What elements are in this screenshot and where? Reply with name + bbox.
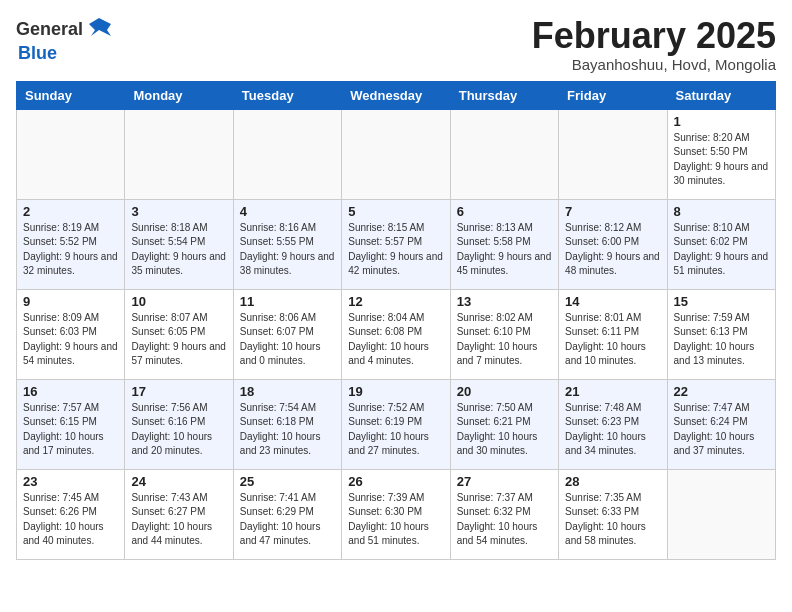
- calendar-day-cell: 20Sunrise: 7:50 AM Sunset: 6:21 PM Dayli…: [450, 379, 558, 469]
- calendar-day-cell: 11Sunrise: 8:06 AM Sunset: 6:07 PM Dayli…: [233, 289, 341, 379]
- day-info: Sunrise: 7:54 AM Sunset: 6:18 PM Dayligh…: [240, 401, 335, 459]
- day-info: Sunrise: 8:06 AM Sunset: 6:07 PM Dayligh…: [240, 311, 335, 369]
- calendar-day-cell: [17, 109, 125, 199]
- day-info: Sunrise: 8:20 AM Sunset: 5:50 PM Dayligh…: [674, 131, 769, 189]
- day-info: Sunrise: 8:07 AM Sunset: 6:05 PM Dayligh…: [131, 311, 226, 369]
- calendar-week-row: 1Sunrise: 8:20 AM Sunset: 5:50 PM Daylig…: [17, 109, 776, 199]
- day-number: 18: [240, 384, 335, 399]
- day-info: Sunrise: 7:57 AM Sunset: 6:15 PM Dayligh…: [23, 401, 118, 459]
- day-number: 7: [565, 204, 660, 219]
- calendar-day-cell: 1Sunrise: 8:20 AM Sunset: 5:50 PM Daylig…: [667, 109, 775, 199]
- calendar-day-cell: 14Sunrise: 8:01 AM Sunset: 6:11 PM Dayli…: [559, 289, 667, 379]
- calendar-day-cell: 5Sunrise: 8:15 AM Sunset: 5:57 PM Daylig…: [342, 199, 450, 289]
- day-number: 17: [131, 384, 226, 399]
- col-header-saturday: Saturday: [667, 81, 775, 109]
- page-header: General Blue February 2025 Bayanhoshuu, …: [16, 16, 776, 73]
- day-number: 20: [457, 384, 552, 399]
- day-info: Sunrise: 8:01 AM Sunset: 6:11 PM Dayligh…: [565, 311, 660, 369]
- day-number: 28: [565, 474, 660, 489]
- calendar-header-row: SundayMondayTuesdayWednesdayThursdayFrid…: [17, 81, 776, 109]
- calendar-table: SundayMondayTuesdayWednesdayThursdayFrid…: [16, 81, 776, 560]
- day-info: Sunrise: 7:35 AM Sunset: 6:33 PM Dayligh…: [565, 491, 660, 549]
- day-number: 2: [23, 204, 118, 219]
- calendar-day-cell: 4Sunrise: 8:16 AM Sunset: 5:55 PM Daylig…: [233, 199, 341, 289]
- title-area: February 2025 Bayanhoshuu, Hovd, Mongoli…: [532, 16, 776, 73]
- day-info: Sunrise: 7:41 AM Sunset: 6:29 PM Dayligh…: [240, 491, 335, 549]
- logo-general-text: General: [16, 20, 83, 40]
- day-number: 13: [457, 294, 552, 309]
- calendar-day-cell: 24Sunrise: 7:43 AM Sunset: 6:27 PM Dayli…: [125, 469, 233, 559]
- day-info: Sunrise: 8:16 AM Sunset: 5:55 PM Dayligh…: [240, 221, 335, 279]
- calendar-day-cell: 17Sunrise: 7:56 AM Sunset: 6:16 PM Dayli…: [125, 379, 233, 469]
- calendar-day-cell: 6Sunrise: 8:13 AM Sunset: 5:58 PM Daylig…: [450, 199, 558, 289]
- day-number: 5: [348, 204, 443, 219]
- day-number: 4: [240, 204, 335, 219]
- calendar-day-cell: [233, 109, 341, 199]
- month-title: February 2025: [532, 16, 776, 56]
- calendar-day-cell: 15Sunrise: 7:59 AM Sunset: 6:13 PM Dayli…: [667, 289, 775, 379]
- calendar-day-cell: 8Sunrise: 8:10 AM Sunset: 6:02 PM Daylig…: [667, 199, 775, 289]
- calendar-day-cell: 26Sunrise: 7:39 AM Sunset: 6:30 PM Dayli…: [342, 469, 450, 559]
- day-info: Sunrise: 7:56 AM Sunset: 6:16 PM Dayligh…: [131, 401, 226, 459]
- calendar-day-cell: [125, 109, 233, 199]
- calendar-day-cell: 27Sunrise: 7:37 AM Sunset: 6:32 PM Dayli…: [450, 469, 558, 559]
- day-number: 9: [23, 294, 118, 309]
- calendar-week-row: 9Sunrise: 8:09 AM Sunset: 6:03 PM Daylig…: [17, 289, 776, 379]
- col-header-tuesday: Tuesday: [233, 81, 341, 109]
- day-number: 25: [240, 474, 335, 489]
- calendar-day-cell: [450, 109, 558, 199]
- calendar-day-cell: 18Sunrise: 7:54 AM Sunset: 6:18 PM Dayli…: [233, 379, 341, 469]
- col-header-monday: Monday: [125, 81, 233, 109]
- day-info: Sunrise: 7:59 AM Sunset: 6:13 PM Dayligh…: [674, 311, 769, 369]
- col-header-thursday: Thursday: [450, 81, 558, 109]
- day-number: 6: [457, 204, 552, 219]
- day-number: 21: [565, 384, 660, 399]
- calendar-day-cell: 10Sunrise: 8:07 AM Sunset: 6:05 PM Dayli…: [125, 289, 233, 379]
- logo-blue-text: Blue: [18, 43, 57, 63]
- day-number: 22: [674, 384, 769, 399]
- day-info: Sunrise: 8:12 AM Sunset: 6:00 PM Dayligh…: [565, 221, 660, 279]
- col-header-wednesday: Wednesday: [342, 81, 450, 109]
- calendar-week-row: 16Sunrise: 7:57 AM Sunset: 6:15 PM Dayli…: [17, 379, 776, 469]
- day-info: Sunrise: 8:04 AM Sunset: 6:08 PM Dayligh…: [348, 311, 443, 369]
- calendar-day-cell: 3Sunrise: 8:18 AM Sunset: 5:54 PM Daylig…: [125, 199, 233, 289]
- calendar-day-cell: 23Sunrise: 7:45 AM Sunset: 6:26 PM Dayli…: [17, 469, 125, 559]
- calendar-day-cell: 16Sunrise: 7:57 AM Sunset: 6:15 PM Dayli…: [17, 379, 125, 469]
- day-info: Sunrise: 7:39 AM Sunset: 6:30 PM Dayligh…: [348, 491, 443, 549]
- day-number: 19: [348, 384, 443, 399]
- calendar-day-cell: 21Sunrise: 7:48 AM Sunset: 6:23 PM Dayli…: [559, 379, 667, 469]
- day-info: Sunrise: 8:09 AM Sunset: 6:03 PM Dayligh…: [23, 311, 118, 369]
- day-info: Sunrise: 7:52 AM Sunset: 6:19 PM Dayligh…: [348, 401, 443, 459]
- day-number: 8: [674, 204, 769, 219]
- calendar-day-cell: 22Sunrise: 7:47 AM Sunset: 6:24 PM Dayli…: [667, 379, 775, 469]
- day-number: 26: [348, 474, 443, 489]
- calendar-day-cell: 12Sunrise: 8:04 AM Sunset: 6:08 PM Dayli…: [342, 289, 450, 379]
- day-info: Sunrise: 8:15 AM Sunset: 5:57 PM Dayligh…: [348, 221, 443, 279]
- logo-icon: [85, 16, 113, 44]
- day-info: Sunrise: 7:43 AM Sunset: 6:27 PM Dayligh…: [131, 491, 226, 549]
- day-number: 11: [240, 294, 335, 309]
- location: Bayanhoshuu, Hovd, Mongolia: [532, 56, 776, 73]
- day-number: 24: [131, 474, 226, 489]
- day-info: Sunrise: 8:13 AM Sunset: 5:58 PM Dayligh…: [457, 221, 552, 279]
- day-number: 3: [131, 204, 226, 219]
- calendar-day-cell: 2Sunrise: 8:19 AM Sunset: 5:52 PM Daylig…: [17, 199, 125, 289]
- calendar-week-row: 23Sunrise: 7:45 AM Sunset: 6:26 PM Dayli…: [17, 469, 776, 559]
- col-header-friday: Friday: [559, 81, 667, 109]
- calendar-day-cell: 9Sunrise: 8:09 AM Sunset: 6:03 PM Daylig…: [17, 289, 125, 379]
- col-header-sunday: Sunday: [17, 81, 125, 109]
- day-info: Sunrise: 7:48 AM Sunset: 6:23 PM Dayligh…: [565, 401, 660, 459]
- calendar-day-cell: [559, 109, 667, 199]
- calendar-day-cell: [667, 469, 775, 559]
- day-info: Sunrise: 8:10 AM Sunset: 6:02 PM Dayligh…: [674, 221, 769, 279]
- day-number: 1: [674, 114, 769, 129]
- day-number: 14: [565, 294, 660, 309]
- day-info: Sunrise: 7:37 AM Sunset: 6:32 PM Dayligh…: [457, 491, 552, 549]
- calendar-day-cell: 19Sunrise: 7:52 AM Sunset: 6:19 PM Dayli…: [342, 379, 450, 469]
- calendar-day-cell: 25Sunrise: 7:41 AM Sunset: 6:29 PM Dayli…: [233, 469, 341, 559]
- calendar-day-cell: [342, 109, 450, 199]
- day-info: Sunrise: 7:45 AM Sunset: 6:26 PM Dayligh…: [23, 491, 118, 549]
- day-number: 23: [23, 474, 118, 489]
- day-info: Sunrise: 8:19 AM Sunset: 5:52 PM Dayligh…: [23, 221, 118, 279]
- day-number: 10: [131, 294, 226, 309]
